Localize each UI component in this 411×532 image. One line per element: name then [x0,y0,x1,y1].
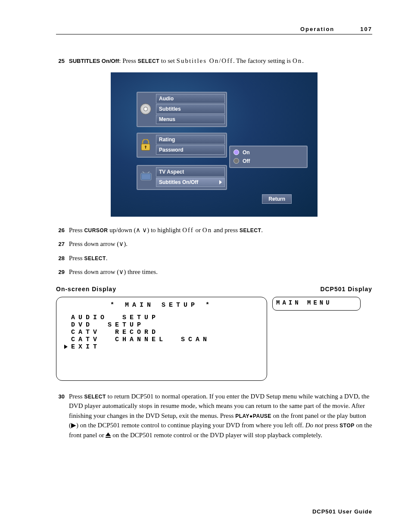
osd-option-off[interactable]: Off [232,157,305,165]
keyword-select: SELECT [84,394,106,400]
step-body: SUBTITLES On/Off: Press SELECT to set Su… [69,56,372,66]
lcd-row-text: CATV CHANNEL SCAN [71,336,210,343]
step-number: 27 [56,239,65,249]
step-25: 25 SUBTITLES On/Off: Press SELECT to set… [56,56,372,66]
heading-dcp501-display: DCP501 Display [320,286,372,292]
step-28: 28 Press SELECT. [56,253,372,263]
radio-on-icon [234,149,239,155]
header-page-number: 107 [360,26,372,32]
eject-icon [106,432,111,438]
lcd-row: DVD SETUP [62,321,261,329]
chevron-right-icon [219,180,222,184]
osd-option-on[interactable]: On [232,148,305,157]
step-29: 29 Press down arrow (∨) three times. [56,267,372,277]
onscreen-display-panel: * MAIN SETUP * AUDIO SETUPDVD SETUPCATV … [56,297,267,381]
step-26: 26 Press CURSOR up/down (∧ ∨) to highlig… [56,225,372,235]
keyword-stop: STOP [339,423,354,429]
lcd-title: * MAIN SETUP * [62,302,261,309]
display-panels: * MAIN SETUP * AUDIO SETUPDVD SETUPCATV … [56,297,372,381]
keyword-select: SELECT [84,255,106,261]
keyword-cursor: CURSOR [84,227,108,233]
osd-submenu-onoff: On Off [229,146,308,168]
footer-guide-label: DCP501 User Guide [312,508,372,515]
osd-item-subtitles[interactable]: Subtitles [156,104,225,114]
lcd-row: EXIT [62,343,261,351]
lcd-row-text: CATV RECORD [71,329,159,336]
osd-return-button[interactable]: Return [262,194,292,204]
svg-line-6 [148,171,149,173]
dvd-osd-screenshot: Audio Subtitles Menus Rating Password TV… [111,72,318,217]
step-number: 29 [56,267,65,277]
osd-item-menus[interactable]: Menus [156,115,225,124]
osd-group-tv: TV Aspect Subtitles On/Off [137,165,227,190]
svg-rect-4 [142,174,150,179]
lcd-right-text: MAIN MENU [276,299,332,306]
step-body: Press down arrow (∨) three times. [69,267,372,277]
keyword-select: SELECT [240,227,261,233]
lcd-row: AUDIO SETUP [62,314,261,321]
osd-item-tv-aspect[interactable]: TV Aspect [156,167,225,177]
keyword-play-pause: PLAY●PAUSE [235,413,271,419]
emphasis-do-not: Do not [305,422,323,429]
step-body: Press SELECT. [69,253,372,263]
lcd-row-text: DVD SETUP [71,321,144,329]
keyword-select: SELECT [138,58,159,64]
step-body: Press down arrow (∨). [69,239,372,249]
cursor-icon [64,345,68,349]
osd-group-disc: Audio Subtitles Menus [137,92,227,127]
step-number: 28 [56,253,65,263]
disc-icon [140,103,152,115]
step-27: 27 Press down arrow (∨). [56,239,372,249]
step-number: 30 [56,392,65,440]
svg-line-5 [143,171,144,173]
radio-off-icon [234,158,239,164]
page-header: Operation 107 [56,26,372,34]
osd-item-subtitles-onoff[interactable]: Subtitles On/Off [156,177,225,187]
step-30: 30 Press SELECT to return DCP501 to norm… [56,392,372,440]
lcd-row: CATV CHANNEL SCAN [62,336,261,343]
display-headings: On-screen Display DCP501 Display [56,286,372,292]
step-label: SUBTITLES On/Off [69,58,119,64]
lock-icon [140,139,152,151]
step-number: 25 [56,56,65,66]
lcd-row-text: AUDIO SETUP [71,314,159,321]
svg-rect-2 [145,146,146,149]
osd-group-lock: Rating Password [137,133,227,158]
tv-icon [140,171,152,184]
osd-item-password[interactable]: Password [156,145,225,155]
osd-item-rating[interactable]: Rating [156,135,225,144]
lcd-row-text: EXIT [71,343,100,351]
step-body: Press CURSOR up/down (∧ ∨) to highlight … [69,225,372,235]
lcd-row: CATV RECORD [62,329,261,336]
step-number: 26 [56,225,65,235]
step-body: Press SELECT to return DCP501 to normal … [69,392,372,440]
header-section: Operation [300,26,334,32]
dcp501-display-panel: MAIN MENU [272,297,361,311]
osd-item-audio[interactable]: Audio [156,94,225,103]
heading-onscreen-display: On-screen Display [56,286,320,292]
